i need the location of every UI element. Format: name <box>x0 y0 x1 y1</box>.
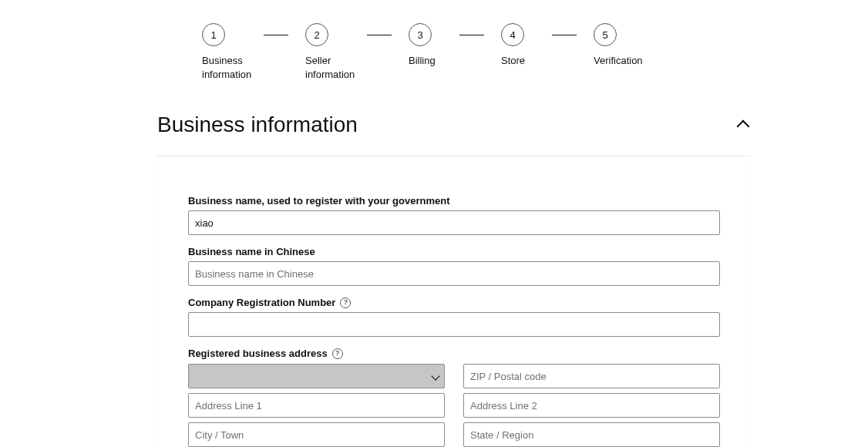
address-line-1-input[interactable] <box>188 393 445 418</box>
state-input[interactable] <box>463 422 720 447</box>
step-connector <box>367 35 392 35</box>
step-4-circle: 4 <box>501 23 524 46</box>
company-reg-input[interactable] <box>188 312 720 337</box>
country-select[interactable] <box>188 364 445 388</box>
step-2-label: Sellerinformation <box>305 54 355 82</box>
step-4-label: Store <box>501 54 525 68</box>
business-name-cn-input[interactable] <box>188 261 720 286</box>
registered-addr-label: Registered business address ? <box>188 348 720 359</box>
chevron-up-icon <box>738 119 751 131</box>
section-header[interactable]: Business information <box>157 113 751 137</box>
step-3[interactable]: 3 Billing <box>409 23 469 68</box>
step-3-circle: 3 <box>409 23 432 46</box>
step-connector <box>552 35 577 35</box>
business-name-label: Business name, used to register with you… <box>188 195 720 207</box>
business-name-cn-label: Business name in Chinese <box>188 246 720 257</box>
address-line-2-input[interactable] <box>463 393 720 418</box>
step-3-label: Billing <box>409 54 436 68</box>
zip-input[interactable] <box>463 364 720 388</box>
step-4[interactable]: 4 Store <box>501 23 561 68</box>
form-card: Business name, used to register with you… <box>157 156 751 447</box>
step-2-circle: 2 <box>305 23 328 46</box>
stepper: 1 Businessinformation 2 Sellerinformatio… <box>202 23 751 82</box>
step-5-circle: 5 <box>594 23 617 46</box>
help-icon[interactable]: ? <box>332 348 343 359</box>
step-connector <box>264 35 288 35</box>
help-icon[interactable]: ? <box>340 297 351 308</box>
company-reg-label: Company Registration Number ? <box>188 297 720 308</box>
step-connector <box>459 35 484 35</box>
step-5[interactable]: 5 Verification <box>594 23 663 68</box>
step-1-label: Businessinformation <box>202 54 251 82</box>
step-1[interactable]: 1 Businessinformation <box>202 23 273 82</box>
business-name-input[interactable] <box>188 210 720 235</box>
city-input[interactable] <box>188 422 445 447</box>
step-5-label: Verification <box>594 54 643 68</box>
step-1-circle: 1 <box>202 23 225 46</box>
page-title: Business information <box>157 113 358 137</box>
step-2[interactable]: 2 Sellerinformation <box>305 23 376 82</box>
